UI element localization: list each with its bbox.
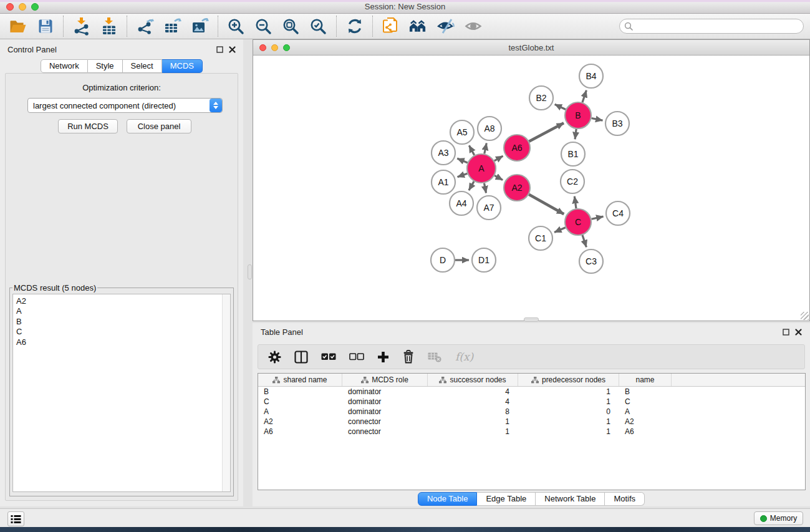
export-network-icon[interactable] (135, 17, 155, 36)
edge-B-B3[interactable] (592, 118, 603, 120)
edge-A-A3[interactable] (457, 158, 468, 163)
tab-node-table[interactable]: Node Table (418, 492, 478, 506)
close-panel-button[interactable]: Close panel (127, 119, 191, 133)
result-list-item[interactable]: C (13, 327, 230, 337)
save-icon[interactable] (36, 17, 55, 36)
criterion-dropdown[interactable]: largest connected component (directed) (27, 98, 223, 113)
tab-motifs[interactable]: Motifs (605, 492, 645, 506)
export-table-icon[interactable] (163, 17, 182, 36)
table-row[interactable]: Adominator80A (258, 407, 805, 417)
tab-mcds[interactable]: MCDS (162, 59, 203, 73)
edge-A-A8[interactable] (485, 143, 486, 154)
select-all-icon[interactable] (321, 353, 336, 360)
open-folder-icon[interactable] (8, 17, 27, 36)
node-B[interactable]: B (565, 102, 591, 128)
result-list-item[interactable]: A2 (13, 294, 230, 306)
node-B4[interactable]: B4 (579, 64, 603, 88)
result-list-item[interactable]: B (13, 317, 230, 327)
memory-button[interactable]: Memory (754, 511, 803, 525)
import-network-icon[interactable] (72, 17, 91, 36)
edge-C-C1[interactable] (554, 228, 566, 233)
column-header-name[interactable]: name (619, 374, 672, 386)
edge-B-B4[interactable] (582, 90, 586, 102)
node-B2[interactable]: B2 (529, 86, 553, 110)
tab-network[interactable]: Network (41, 59, 88, 73)
run-mcds-button[interactable]: Run MCDS (58, 119, 118, 133)
edge-A-A4[interactable] (469, 181, 474, 190)
node-C3[interactable]: C3 (579, 249, 603, 273)
edge-C-C3[interactable] (582, 235, 586, 247)
table-row[interactable]: Cdominator41C (258, 397, 805, 407)
edge-B-B1[interactable] (575, 129, 576, 139)
result-list-item[interactable]: A6 (13, 337, 230, 347)
result-list-item[interactable]: A (13, 306, 230, 316)
column-header-predecessor-nodes[interactable]: predecessor nodes (518, 374, 619, 386)
edge-C-C2[interactable] (574, 196, 576, 208)
edge-A-A2[interactable] (494, 175, 503, 180)
mcds-result-list[interactable]: A2ABCA6 (12, 294, 231, 492)
node-A8[interactable]: A8 (478, 117, 501, 140)
zoom-selected-icon[interactable] (309, 17, 328, 36)
close-panel-icon[interactable] (795, 329, 802, 336)
node-D[interactable]: D (431, 248, 455, 272)
edge-A-A1[interactable] (458, 173, 468, 177)
float-panel-icon[interactable] (216, 46, 223, 53)
node-D1[interactable]: D1 (472, 248, 496, 272)
copy-network-icon[interactable] (381, 17, 400, 36)
result-list-scrollbar[interactable] (222, 294, 230, 491)
edge-A-A5[interactable] (469, 145, 474, 155)
table-row[interactable]: Bdominator41B (258, 387, 805, 397)
zoom-out-icon[interactable] (254, 17, 273, 36)
function-builder-icon[interactable]: f(x) (455, 351, 473, 363)
node-C2[interactable]: C2 (561, 170, 584, 193)
edge-A-A6[interactable] (494, 156, 503, 161)
node-A7[interactable]: A7 (477, 196, 501, 220)
node-A3[interactable]: A3 (432, 141, 455, 165)
vertical-split-grip[interactable] (248, 264, 252, 279)
delete-table-icon[interactable] (428, 352, 442, 362)
table-row[interactable]: A2connector11A2 (258, 417, 805, 427)
edge-A6-B[interactable] (529, 123, 564, 142)
node-C4[interactable]: C4 (606, 201, 630, 225)
delete-column-icon[interactable] (402, 350, 415, 364)
column-header-shared-name[interactable]: shared name (258, 374, 342, 386)
edge-A-A7[interactable] (484, 183, 486, 193)
edge-A2-C[interactable] (529, 195, 564, 215)
tab-network-table[interactable]: Network Table (536, 492, 605, 506)
node-C1[interactable]: C1 (529, 226, 552, 250)
search-input[interactable] (636, 22, 803, 31)
tab-edge-table[interactable]: Edge Table (477, 492, 536, 506)
task-history-button[interactable] (7, 511, 24, 526)
column-header-successor-nodes[interactable]: successor nodes (428, 374, 518, 386)
hide-selected-icon[interactable] (436, 17, 455, 36)
table-row[interactable]: A6connector11A6 (258, 427, 805, 437)
horizontal-split-grip[interactable] (524, 317, 539, 322)
node-A1[interactable]: A1 (432, 170, 455, 194)
node-A4[interactable]: A4 (450, 191, 473, 215)
edge-B-B2[interactable] (555, 104, 566, 109)
node-C[interactable]: C (565, 209, 591, 235)
window-resize-grip[interactable] (801, 312, 809, 320)
node-A5[interactable]: A5 (450, 120, 474, 144)
node-A2[interactable]: A2 (504, 175, 530, 201)
show-all-icon[interactable] (463, 17, 483, 36)
node-A[interactable]: A (467, 154, 496, 183)
zoom-fit-icon[interactable] (281, 17, 301, 36)
refresh-icon[interactable] (345, 17, 364, 36)
float-panel-icon[interactable] (783, 329, 789, 336)
import-table-icon[interactable] (99, 17, 118, 36)
gear-icon[interactable] (268, 351, 281, 364)
tab-style[interactable]: Style (88, 59, 123, 73)
columns-icon[interactable] (294, 351, 308, 364)
first-neighbors-icon[interactable] (408, 17, 428, 36)
node-A6[interactable]: A6 (504, 135, 530, 161)
edge-C-C4[interactable] (591, 216, 603, 219)
node-B1[interactable]: B1 (561, 142, 585, 166)
node-B3[interactable]: B3 (605, 112, 629, 135)
deselect-all-icon[interactable] (349, 353, 364, 360)
zoom-in-icon[interactable] (226, 17, 246, 36)
column-header-MCDS-role[interactable]: MCDS role (342, 374, 428, 386)
add-column-icon[interactable] (377, 351, 389, 363)
tab-select[interactable]: Select (123, 59, 162, 73)
close-panel-icon[interactable] (229, 46, 236, 53)
